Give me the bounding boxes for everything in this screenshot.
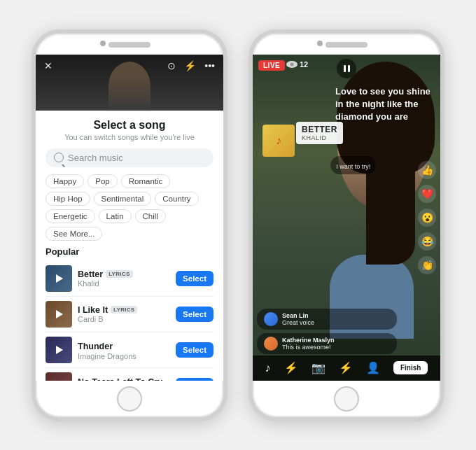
song-artist-thunder: Imagine Dragons (78, 352, 170, 360)
tag-energetic[interactable]: Energetic (46, 209, 95, 223)
music-toolbar-icon[interactable]: ♪ (265, 362, 271, 374)
song-info-notears: No Tears Left To Cry Ariana Grande (78, 375, 170, 381)
select-button-better[interactable]: Select (176, 271, 214, 286)
song-name-better: Better (78, 269, 103, 279)
want-text: I want to try! (336, 163, 370, 170)
select-button-notears[interactable]: Select (176, 378, 214, 381)
home-button[interactable] (117, 386, 142, 412)
genre-tags: Happy Pop Romantic Hip Hop Sentimental C… (46, 174, 214, 241)
chat-bubble-katherine: Katherine Maslyn This is awesome! (257, 333, 397, 354)
tag-happy[interactable]: Happy (46, 174, 84, 188)
search-bar[interactable]: Search music (46, 148, 214, 167)
live-stream-screen: LIVE 12 Love to see you shine in the nig… (253, 55, 440, 381)
select-song-title: Select a song (46, 119, 214, 132)
tag-pop[interactable]: Pop (88, 174, 117, 188)
tag-sentimental[interactable]: Sentimental (94, 192, 152, 206)
tag-more[interactable]: See More... (46, 227, 102, 241)
chat-name-sean: Sean Lin (282, 312, 314, 319)
tag-country[interactable]: Country (155, 192, 198, 206)
right-phone: LIVE 12 Love to see you shine in the nig… (248, 29, 444, 421)
reaction-heart[interactable]: ❤️ (418, 185, 436, 203)
search-placeholder: Search music (68, 153, 123, 163)
viewer-count-area: 12 (286, 60, 308, 69)
song-name-thunder: Thunder (78, 342, 113, 351)
chat-avatar-sean (264, 312, 278, 326)
chat-msg-katherine: This is awesome! (282, 344, 335, 351)
live-badge: LIVE (258, 60, 285, 71)
song-info-ilikeit: I Like It LYRICS Cardi B (78, 305, 170, 323)
song-thumb-better (46, 265, 72, 292)
song-artist-ilikeit: Cardi B (78, 315, 170, 323)
chat-avatar-katherine (264, 337, 278, 351)
effects-icon[interactable]: ⚡ (184, 60, 196, 71)
search-icon (54, 153, 64, 162)
song-list: Better LYRICS Khalid Select (46, 261, 214, 381)
pause-icon (344, 65, 350, 72)
chat-area: Sean Lin Great voice Katherine Maslyn Th… (257, 309, 412, 354)
song-selection-screen: ✕ ⊙ ⚡ ••• Select a song You can switch s… (36, 55, 223, 381)
reaction-thumbsup[interactable]: 👍 (418, 161, 436, 179)
reaction-wow[interactable]: 😮 (418, 209, 436, 227)
chat-content-sean: Sean Lin Great voice (282, 312, 314, 326)
lyrics-badge-2: LYRICS (111, 306, 137, 314)
song-info-better: Better LYRICS Khalid (78, 269, 170, 288)
song-selector-panel: Select a song You can switch songs while… (36, 111, 223, 381)
chat-content-katherine: Katherine Maslyn This is awesome! (282, 337, 335, 351)
song-thumb-thunder (46, 337, 72, 363)
select-song-subtitle: You can switch songs while you're live (46, 133, 214, 141)
chat-name-katherine: Katherine Maslyn (282, 337, 335, 344)
album-art: ♪ (262, 125, 295, 157)
tag-latin[interactable]: Latin (99, 209, 132, 223)
tag-hiphop[interactable]: Hip Hop (46, 192, 90, 206)
song-thumb-notears (46, 372, 72, 381)
person-toolbar-icon[interactable]: 👤 (366, 361, 380, 374)
camera-preview: ✕ ⊙ ⚡ ••• (36, 55, 223, 111)
tag-romantic[interactable]: Romantic (121, 174, 171, 188)
select-button-ilikeit[interactable]: Select (176, 307, 214, 322)
play-icon (56, 274, 63, 283)
select-button-thunder[interactable]: Select (176, 342, 214, 358)
song-name-ilikeit: I Like It (78, 305, 108, 315)
tag-chill[interactable]: Chill (135, 209, 166, 223)
song-item-thunder: Thunder Imagine Dragons Select (46, 332, 214, 368)
play-icon (56, 346, 63, 354)
play-icon (56, 310, 63, 318)
chat-bubble-sean: Sean Lin Great voice (257, 309, 397, 330)
song-item-ilikeit: I Like It LYRICS Cardi B Select (46, 297, 214, 332)
home-button-right[interactable] (334, 386, 359, 412)
finish-button[interactable]: Finish (393, 361, 428, 374)
song-info-thunder: Thunder Imagine Dragons (78, 339, 170, 360)
song-thumb-ilikeit (46, 301, 72, 328)
now-playing-artist: KHALID (302, 134, 337, 141)
song-item-notears: No Tears Left To Cry Ariana Grande Selec… (46, 368, 214, 381)
flash-toolbar-icon[interactable]: ⚡ (339, 361, 353, 374)
left-screen: ✕ ⊙ ⚡ ••• Select a song You can switch s… (36, 55, 223, 381)
live-toolbar: ♪ ⚡ 📷 ⚡ 👤 Finish (253, 356, 440, 381)
camera-toolbar-icon[interactable]: 📷 (312, 361, 326, 374)
camera-icon[interactable]: ⊙ (167, 60, 176, 71)
reactions-column: 👍 ❤️ 😮 😂 👏 (418, 161, 436, 274)
popular-label: Popular (46, 246, 214, 257)
close-icon[interactable]: ✕ (44, 60, 52, 71)
lyrics-badge: LYRICS (106, 270, 132, 278)
reaction-haha[interactable]: 😂 (418, 232, 436, 251)
more-icon[interactable]: ••• (204, 60, 215, 71)
music-note-icon: ♪ (276, 134, 281, 147)
effects-toolbar-icon[interactable]: ⚡ (284, 361, 298, 374)
header-controls: ✕ ⊙ ⚡ ••• (36, 60, 223, 71)
song-item-better: Better LYRICS Khalid Select (46, 261, 214, 297)
song-name-notears: No Tears Left To Cry (78, 377, 162, 381)
chat-msg-sean: Great voice (282, 319, 314, 326)
now-playing-card: BETTER KHALID (296, 122, 343, 144)
pause-button[interactable] (337, 59, 356, 78)
song-artist-better: Khalid (78, 279, 170, 288)
right-screen: LIVE 12 Love to see you shine in the nig… (253, 55, 440, 381)
eye-icon (286, 61, 298, 68)
now-playing-song: BETTER (302, 125, 337, 134)
viewer-count: 12 (300, 60, 308, 69)
left-phone: ✕ ⊙ ⚡ ••• Select a song You can switch s… (31, 29, 227, 421)
lyrics-display: Love to see you shine in the night like … (335, 85, 433, 124)
svg-point-1 (290, 62, 294, 66)
want-bubble: I want to try! (330, 156, 376, 174)
reaction-clap[interactable]: 👏 (418, 256, 436, 274)
